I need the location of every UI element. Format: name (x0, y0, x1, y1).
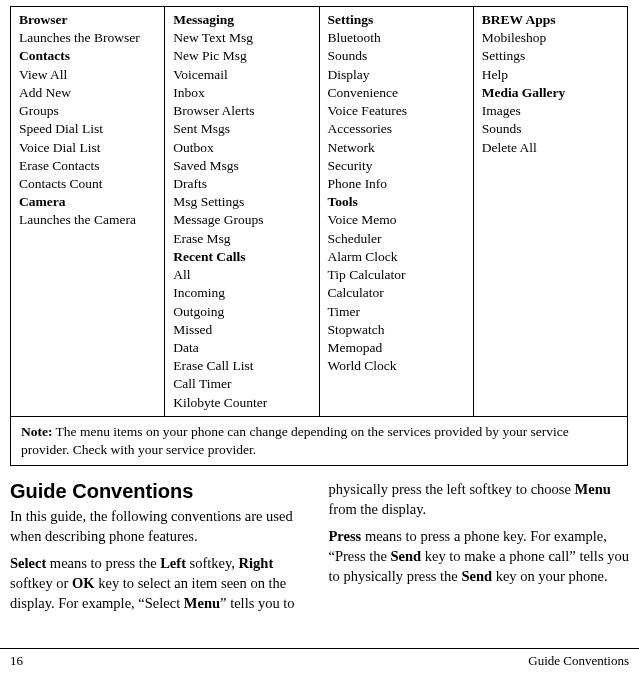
bold-ok: OK (72, 575, 95, 591)
bold-menu-2: Menu (575, 481, 611, 497)
guide-press-paragraph: Press means to press a phone key. For ex… (329, 527, 630, 586)
list-item: Data (173, 339, 310, 357)
list-item: Add New (19, 84, 156, 102)
body-col-left: Guide Conventions In this guide, the fol… (10, 480, 311, 621)
page-number: 16 (10, 653, 23, 669)
menu-col-4: BREW Apps Mobileshop Settings Help Media… (473, 7, 627, 417)
note-label: Note: (21, 424, 52, 439)
list-item: Network (328, 139, 465, 157)
body-columns: Guide Conventions In this guide, the fol… (10, 480, 629, 621)
guide-select-paragraph: Select means to press the Left softkey, … (10, 554, 311, 613)
list-item: Settings (482, 47, 619, 65)
list-item: All (173, 266, 310, 284)
list-item: Stopwatch (328, 321, 465, 339)
list-item: Tip Calculator (328, 266, 465, 284)
list-item: Alarm Clock (328, 248, 465, 266)
page-footer: 16 Guide Conventions (0, 648, 639, 669)
list-item: Accessories (328, 120, 465, 138)
list-item: Msg Settings (173, 193, 310, 211)
list-item: Browser Alerts (173, 102, 310, 120)
camera-header: Camera (19, 193, 156, 211)
list-item: Saved Msgs (173, 157, 310, 175)
list-item: Erase Call List (173, 357, 310, 375)
list-item: Outgoing (173, 303, 310, 321)
bold-send-1: Send (391, 548, 422, 564)
list-item: Help (482, 66, 619, 84)
list-item: Bluetooth (328, 29, 465, 47)
bold-press: Press (329, 528, 362, 544)
bold-menu: Menu (184, 595, 220, 611)
list-item: Speed Dial List (19, 120, 156, 138)
menu-col-3: Settings Bluetooth Sounds Display Conven… (319, 7, 473, 417)
list-item: Voice Features (328, 102, 465, 120)
bold-select: Select (10, 555, 46, 571)
list-item: Delete All (482, 139, 619, 157)
recent-calls-header: Recent Calls (173, 248, 310, 266)
list-item: Outbox (173, 139, 310, 157)
list-item: Drafts (173, 175, 310, 193)
list-item: Inbox (173, 84, 310, 102)
list-item: Incoming (173, 284, 310, 302)
menu-table: Browser Launches the Browser Contacts Vi… (10, 6, 628, 466)
list-item: New Text Msg (173, 29, 310, 47)
list-item: Sent Msgs (173, 120, 310, 138)
media-gallery-header: Media Gallery (482, 84, 619, 102)
guide-conventions-heading: Guide Conventions (10, 480, 311, 503)
list-item: Kilobyte Counter (173, 394, 310, 412)
list-item: Erase Msg (173, 230, 310, 248)
brew-apps-header: BREW Apps (482, 11, 619, 29)
list-item: Voice Memo (328, 211, 465, 229)
list-item: Images (482, 102, 619, 120)
footer-section: Guide Conventions (528, 653, 629, 669)
list-item: Scheduler (328, 230, 465, 248)
list-item: Memopad (328, 339, 465, 357)
list-item: Security (328, 157, 465, 175)
list-item: Calculator (328, 284, 465, 302)
bold-right: Right (239, 555, 274, 571)
settings-header: Settings (328, 11, 465, 29)
list-item: Convenience (328, 84, 465, 102)
list-item: World Clock (328, 357, 465, 375)
guide-intro-paragraph: In this guide, the following conventions… (10, 507, 311, 546)
list-item: Sounds (328, 47, 465, 65)
list-item: Voice Dial List (19, 139, 156, 157)
list-item: Call Timer (173, 375, 310, 393)
browser-header: Browser (19, 11, 156, 29)
bold-left: Left (160, 555, 186, 571)
note-text: The menu items on your phone can change … (21, 424, 569, 457)
list-item: Groups (19, 102, 156, 120)
list-item: Erase Contacts (19, 157, 156, 175)
menu-col-1: Browser Launches the Browser Contacts Vi… (11, 7, 165, 417)
tools-header: Tools (328, 193, 465, 211)
body-col-right: physically press the left softkey to cho… (329, 480, 630, 621)
list-item: Message Groups (173, 211, 310, 229)
list-item: Timer (328, 303, 465, 321)
messaging-header: Messaging (173, 11, 310, 29)
list-item: Launches the Browser (19, 29, 156, 47)
list-item: Voicemail (173, 66, 310, 84)
list-item: Sounds (482, 120, 619, 138)
list-item: Launches the Camera (19, 211, 156, 229)
list-item: New Pic Msg (173, 47, 310, 65)
note-cell: Note: The menu items on your phone can c… (11, 416, 628, 465)
list-item: Contacts Count (19, 175, 156, 193)
list-item: View All (19, 66, 156, 84)
list-item: Missed (173, 321, 310, 339)
list-item: Phone Info (328, 175, 465, 193)
list-item: Mobileshop (482, 29, 619, 47)
list-item: Display (328, 66, 465, 84)
bold-send-2: Send (461, 568, 492, 584)
contacts-header: Contacts (19, 47, 156, 65)
guide-select-continuation: physically press the left softkey to cho… (329, 480, 630, 519)
menu-col-2: Messaging New Text Msg New Pic Msg Voice… (165, 7, 319, 417)
